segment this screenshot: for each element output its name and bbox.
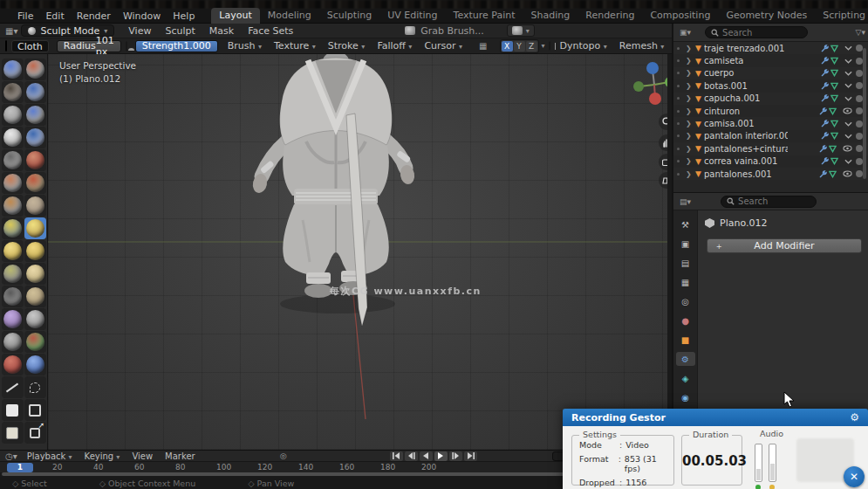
expand-icon[interactable]: ❯ xyxy=(686,45,693,52)
recorder-close-button[interactable]: ✕ xyxy=(844,466,865,487)
outliner-item[interactable]: ❯ ▼ pantalones.001 xyxy=(673,168,868,180)
chevron-down-icon[interactable] xyxy=(844,59,852,64)
expand-icon[interactable]: ❯ xyxy=(686,82,693,90)
object-name[interactable]: pantalon interior.001 xyxy=(704,131,788,141)
multiplane-scrape-brush[interactable] xyxy=(24,195,46,217)
brush-dropdown[interactable]: ▾ xyxy=(507,24,535,37)
expand-icon[interactable]: ❯ xyxy=(686,120,693,127)
thumb-brush[interactable] xyxy=(2,263,24,285)
tool-menu-texture[interactable]: Texture ▾ xyxy=(268,38,322,53)
inflate-brush[interactable] xyxy=(2,127,24,148)
tool-menu-cursor[interactable]: Cursor ▾ xyxy=(418,38,468,53)
tab-particles[interactable]: ◈ xyxy=(676,371,695,385)
camera-restrict-icon[interactable] xyxy=(856,121,863,127)
gizmo-z-axis[interactable] xyxy=(646,62,659,74)
camera-restrict-icon[interactable] xyxy=(856,70,863,77)
outliner-item[interactable]: ❯ ▼ camisa.001 xyxy=(673,117,868,129)
jump-to-start-button[interactable] xyxy=(390,451,403,461)
camera-restrict-icon[interactable] xyxy=(856,95,863,102)
tool-menu-falloff[interactable]: Falloff ▾ xyxy=(371,38,418,53)
camera-restrict-icon[interactable] xyxy=(856,45,863,52)
snake-hook-brush[interactable] xyxy=(24,240,46,262)
slide-relax-brush[interactable] xyxy=(2,308,24,330)
timeline-menu-playback[interactable]: Playback ▾ xyxy=(21,451,79,461)
camera-restrict-icon[interactable] xyxy=(856,133,863,140)
pinch-brush[interactable] xyxy=(2,217,24,239)
clay-brush[interactable] xyxy=(2,81,24,103)
display-mode-icon[interactable]: ▣▾ xyxy=(680,28,691,37)
chevron-down-icon[interactable] xyxy=(844,159,852,164)
box-face-set-tool[interactable] xyxy=(2,422,24,444)
object-name[interactable]: capucha.001 xyxy=(704,93,761,103)
tab-world[interactable]: ● xyxy=(676,313,695,327)
outliner-item[interactable]: ❯ ▼ pantalones+cintura.001 xyxy=(673,142,868,155)
clay-strips-brush[interactable] xyxy=(24,81,46,103)
autokey-icon[interactable]: ◎ xyxy=(280,451,287,460)
workspace-tab-shading[interactable]: Shading xyxy=(523,8,578,24)
tab-scene[interactable]: ◎ xyxy=(676,294,695,308)
flatten-brush[interactable] xyxy=(2,172,24,194)
draw-brush[interactable] xyxy=(2,59,24,80)
play-reverse-button[interactable] xyxy=(420,451,433,461)
gizmo-y-axis[interactable] xyxy=(665,77,667,87)
expand-icon[interactable]: ❯ xyxy=(686,94,693,102)
eye-icon[interactable] xyxy=(843,107,852,114)
viewport-menu-face-sets[interactable]: Face Sets xyxy=(241,24,300,38)
expand-icon[interactable]: ❯ xyxy=(686,57,693,65)
editor-type-icon[interactable]: ▦▾ xyxy=(5,26,17,36)
clay-thumb-brush[interactable] xyxy=(2,104,24,126)
menu-help[interactable]: Help xyxy=(167,9,201,24)
fill-brush[interactable] xyxy=(24,172,46,194)
viewport-menu-sculpt[interactable]: Sculpt xyxy=(158,24,202,38)
grab-brush[interactable] xyxy=(24,217,46,239)
strength-slider[interactable]: Strength 1.000 xyxy=(135,40,218,52)
camera-restrict-icon[interactable] xyxy=(856,58,863,65)
3d-viewport[interactable]: User Perspective (1) Plano.012 每次CG www.… xyxy=(48,54,667,450)
tab-render[interactable]: ▣ xyxy=(676,237,695,251)
tab-object[interactable]: ■ xyxy=(676,333,695,347)
object-name[interactable]: botas.001 xyxy=(704,81,748,91)
pressure-toggle-icon[interactable] xyxy=(126,41,127,52)
crease-brush[interactable] xyxy=(2,149,24,171)
chevron-down-icon[interactable] xyxy=(844,96,852,101)
radius-slider[interactable]: Radius 101 px xyxy=(57,40,121,52)
expand-icon[interactable]: ❯ xyxy=(686,69,693,77)
workspace-tab-texture-paint[interactable]: Texture Paint xyxy=(446,8,523,24)
camera-restrict-icon[interactable] xyxy=(856,170,863,177)
outliner-item[interactable]: ❯ ▼ cuerpo xyxy=(673,67,868,79)
gear-icon[interactable]: ⚙ xyxy=(850,411,859,424)
layer-brush[interactable] xyxy=(24,104,46,126)
line-project-tool[interactable] xyxy=(2,376,24,398)
workspace-tab-modeling[interactable]: Modeling xyxy=(260,8,319,24)
recorder-title-bar[interactable]: Recording Gestor ⚙ xyxy=(563,409,868,426)
tab-tool[interactable]: ⚒ xyxy=(676,217,695,231)
tool-menu-brush[interactable]: Brush ▾ xyxy=(222,38,268,53)
expand-icon[interactable]: ❯ xyxy=(686,107,693,115)
expand-icon[interactable]: ❯ xyxy=(686,132,693,140)
prev-keyframe-button[interactable] xyxy=(405,451,418,461)
next-keyframe-button[interactable] xyxy=(449,451,462,461)
properties-search-input[interactable]: Search xyxy=(721,196,817,208)
workspace-tab-rendering[interactable]: Rendering xyxy=(578,8,642,24)
object-name[interactable]: camisa.001 xyxy=(704,119,755,128)
object-name[interactable]: cuerpo xyxy=(704,68,735,78)
outliner-search-input[interactable]: Search xyxy=(705,26,808,38)
timeline-menu-keying[interactable]: Keying ▾ xyxy=(79,451,126,461)
chevron-down-icon[interactable]: ▾ xyxy=(542,42,545,50)
timeline-menu-view[interactable]: View xyxy=(126,451,159,461)
workspace-tab-geometry-nodes[interactable]: Geometry Nodes xyxy=(718,8,815,24)
elastic-deform-brush[interactable] xyxy=(2,240,24,262)
symmetry-z-button[interactable]: Z xyxy=(526,41,537,52)
lasso-trim-tool[interactable] xyxy=(24,376,46,398)
eye-icon[interactable] xyxy=(843,145,852,152)
camera-restrict-icon[interactable] xyxy=(856,145,863,152)
chevron-down-icon[interactable] xyxy=(844,71,852,76)
transform-tool[interactable] xyxy=(24,422,46,444)
smear-brush[interactable] xyxy=(24,149,46,171)
add-modifier-button[interactable]: ＋ Add Modifier xyxy=(707,238,862,253)
navigation-gizmo[interactable] xyxy=(632,59,667,109)
object-name[interactable]: pantalones.001 xyxy=(704,169,772,179)
simplify-brush[interactable] xyxy=(24,331,46,353)
tool-menu-stroke[interactable]: Stroke ▾ xyxy=(322,38,372,53)
symmetry-x-button[interactable]: X xyxy=(502,41,513,52)
